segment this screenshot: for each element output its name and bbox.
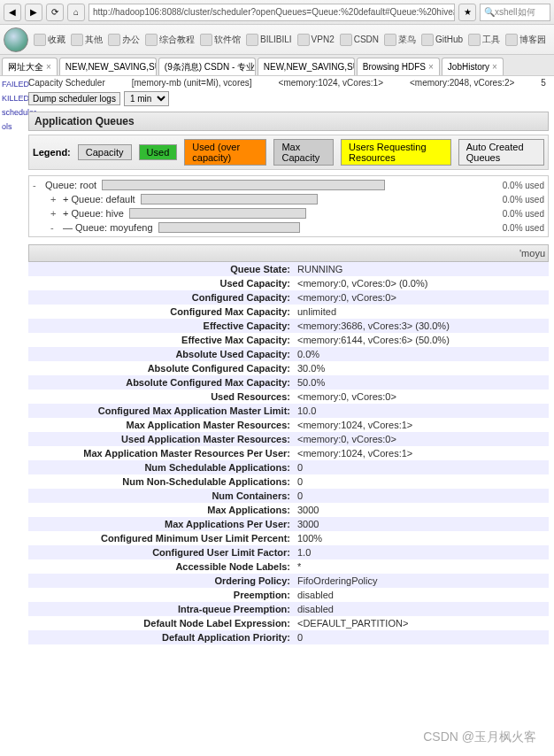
detail-row: Intra-queue Preemption:disabled — [28, 602, 549, 616]
bookmark-item[interactable]: 其他 — [71, 34, 103, 46]
queue-row[interactable]: -— Queue: moyufeng0.0% used — [33, 220, 544, 235]
scheduler-header-row: Capacity Scheduler [memory-mb (unit=Mi),… — [28, 78, 549, 88]
url-input[interactable]: http://hadoop106:8088/cluster/scheduler?… — [88, 4, 455, 21]
detail-label: Used Capacity: — [32, 278, 297, 289]
search-input[interactable]: 🔍 xshell如何 — [480, 4, 550, 21]
scheduler-mem2: <memory:2048, vCores:2> — [410, 78, 514, 88]
browser-tab[interactable]: (9条消息) CSDN - 专业× — [158, 58, 256, 75]
back-button[interactable]: ◀ — [4, 4, 21, 21]
bookmark-item[interactable]: 菜鸟 — [384, 34, 416, 46]
detail-value: 3000 — [297, 519, 319, 529]
detail-label: Ordering Policy: — [32, 575, 297, 586]
queue-capacity-bar — [158, 222, 300, 233]
detail-label: Num Containers: — [32, 490, 297, 501]
bookmark-item[interactable]: 收藏 — [34, 34, 65, 46]
detail-row: Absolute Used Capacity:0.0% — [28, 347, 549, 361]
detail-label: Effective Capacity: — [32, 320, 297, 331]
detail-value: 0 — [297, 490, 303, 501]
nav-killed[interactable]: KILLED — [2, 94, 25, 103]
dump-row: Dump scheduler logs 1 min — [28, 91, 549, 106]
dump-scheduler-button[interactable]: Dump scheduler logs — [28, 92, 120, 105]
bookmark-icon — [34, 34, 46, 46]
queue-toggle-icon[interactable]: - — [33, 180, 45, 190]
bookmark-item[interactable]: VPN2 — [297, 34, 335, 46]
bookmark-item[interactable]: 博客园 — [505, 34, 546, 46]
detail-label: Max Applications: — [32, 505, 297, 515]
queue-name: + Queue: default — [63, 194, 135, 204]
detail-value: disabled — [297, 590, 334, 600]
browser-logo-icon[interactable] — [4, 27, 28, 52]
bookmark-icon[interactable]: ★ — [458, 4, 476, 21]
bookmark-icon — [297, 34, 310, 46]
queue-capacity-bar — [129, 208, 306, 219]
detail-value: <DEFAULT_PARTITION> — [297, 618, 408, 629]
close-icon[interactable]: × — [428, 62, 434, 72]
bookmark-item[interactable]: 综合教程 — [145, 34, 195, 46]
detail-value: <memory:6144, vCores:6> (50.0%) — [297, 335, 450, 345]
scheduler-type: Capacity Scheduler — [28, 78, 105, 88]
legend-users-requesting: Users Requesting Resources — [341, 139, 451, 166]
bookmark-item[interactable]: 软件馆 — [200, 34, 241, 46]
queue-row[interactable]: ++ Queue: default0.0% used — [33, 192, 544, 206]
close-icon[interactable]: × — [46, 62, 51, 72]
detail-row: Max Application Master Resources:<memory… — [28, 418, 549, 432]
detail-value: 50.0% — [297, 377, 325, 388]
main-content: Capacity Scheduler [memory-mb (unit=Mi),… — [27, 76, 554, 653]
browser-tab[interactable]: 网址大全× — [2, 58, 58, 75]
detail-label: Max Application Master Resources Per Use… — [32, 448, 297, 459]
browser-tab[interactable]: NEW,NEW_SAVING,SU× — [59, 58, 157, 75]
queue-row[interactable]: -Queue: root0.0% used — [33, 178, 544, 192]
detail-value: 0 — [297, 632, 303, 643]
legend-max-capacity: Max Capacity — [273, 139, 334, 166]
tab-label: NEW,NEW_SAVING,SU — [264, 62, 355, 72]
browser-tab[interactable]: Browsing HDFS× — [357, 58, 440, 75]
detail-row: Configured User Limit Factor:1.0 — [28, 545, 549, 559]
detail-label: Intra-queue Preemption: — [32, 604, 297, 614]
detail-value: unlimited — [297, 306, 336, 317]
queue-toggle-icon[interactable]: + — [50, 194, 63, 204]
legend-over-capacity: Used (over capacity) — [184, 139, 266, 166]
bookmark-icon — [246, 34, 258, 46]
detail-value: 0 — [297, 462, 303, 473]
bookmark-item[interactable]: BILIBILI — [246, 34, 292, 46]
detail-row: Accessible Node Labels:* — [28, 559, 549, 574]
browser-tab[interactable]: JobHistory× — [442, 58, 504, 75]
queue-toggle-icon[interactable]: + — [50, 208, 63, 219]
detail-row: Used Resources:<memory:0, vCores:0> — [28, 390, 549, 404]
queue-usage: 0.0% used — [503, 223, 544, 233]
detail-row: Queue State:RUNNING — [28, 262, 549, 276]
queue-row[interactable]: ++ Queue: hive0.0% used — [33, 206, 544, 220]
tabs-bar: 网址大全×NEW,NEW_SAVING,SU×(9条消息) CSDN - 专业×… — [0, 55, 554, 76]
bookmark-item[interactable]: 工具 — [468, 34, 500, 46]
queue-details-table: Queue State:RUNNINGUsed Capacity:<memory… — [28, 262, 549, 644]
detail-value: <memory:0, vCores:0> — [297, 391, 396, 402]
browser-tab[interactable]: NEW,NEW_SAVING,SU× — [258, 58, 355, 75]
queue-toggle-icon[interactable]: - — [50, 222, 63, 233]
dump-duration-select[interactable]: 1 min — [124, 91, 169, 106]
nav-scheduler[interactable]: scheduler — [2, 108, 25, 117]
detail-value: 10.0 — [297, 405, 316, 416]
reload-button[interactable]: ⟳ — [46, 4, 64, 21]
bookmark-icon — [145, 34, 158, 46]
legend-label: Legend: — [33, 147, 71, 158]
nav-tools[interactable]: ols — [2, 122, 25, 131]
detail-value: 1.0 — [297, 547, 311, 558]
forward-button[interactable]: ▶ — [25, 4, 42, 21]
detail-row: Configured Capacity:<memory:0, vCores:0> — [28, 290, 549, 305]
nav-failed[interactable]: FAILED — [2, 80, 25, 89]
close-icon[interactable]: × — [492, 62, 497, 72]
detail-value: disabled — [297, 604, 334, 614]
home-button[interactable]: ⌂ — [67, 4, 85, 21]
detail-value: <memory:0, vCores:0> — [297, 292, 396, 303]
detail-row: Num Schedulable Applications:0 — [28, 460, 549, 474]
legend-used: Used — [139, 144, 178, 160]
detail-row: Max Applications Per User:3000 — [28, 517, 549, 531]
detail-label: Configured Capacity: — [32, 292, 297, 303]
detail-value: <memory:0, vCores:0> — [297, 434, 396, 444]
bookmark-item[interactable]: 办公 — [108, 34, 140, 46]
queue-usage: 0.0% used — [503, 195, 544, 204]
bookmark-item[interactable]: CSDN — [340, 34, 379, 46]
detail-label: Max Applications Per User: — [32, 519, 297, 529]
detail-label: Num Non-Schedulable Applications: — [32, 476, 297, 487]
bookmark-item[interactable]: GitHub — [421, 34, 463, 46]
